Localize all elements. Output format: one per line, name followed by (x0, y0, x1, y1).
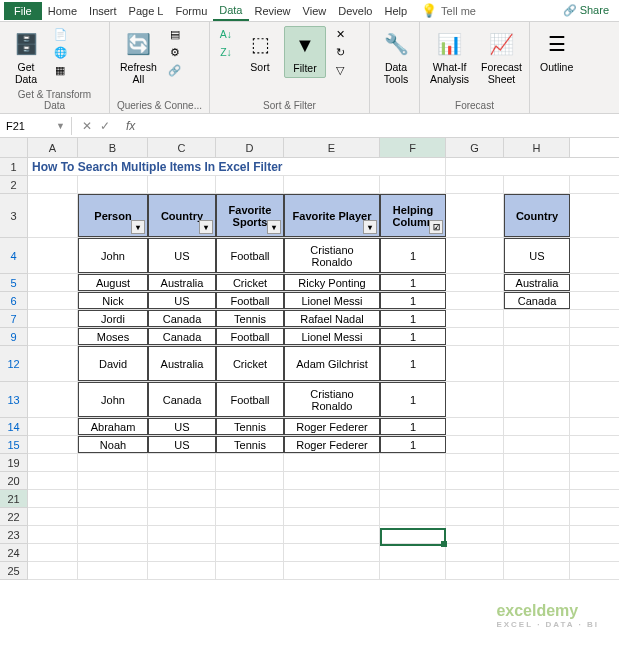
cell[interactable] (446, 292, 504, 309)
queries-button[interactable]: ▤ (165, 26, 185, 42)
name-box[interactable]: F21 ▼ (0, 117, 72, 135)
cell[interactable] (284, 562, 380, 579)
tab-insert[interactable]: Insert (83, 2, 123, 20)
sports-cell[interactable]: Tennis (216, 310, 284, 327)
from-text-button[interactable]: 📄 (50, 26, 70, 42)
cell[interactable] (148, 490, 216, 507)
sports-cell[interactable]: Tennis (216, 436, 284, 453)
player-cell[interactable]: Roger Federer (284, 418, 380, 435)
cell[interactable] (78, 176, 148, 193)
cell[interactable] (504, 346, 570, 381)
cell[interactable] (28, 194, 78, 237)
side-country-cell[interactable]: US (504, 238, 570, 273)
cell[interactable] (148, 454, 216, 471)
cell[interactable] (446, 328, 504, 345)
cell[interactable] (28, 454, 78, 471)
row-header-1[interactable]: 1 (0, 158, 28, 176)
country-cell[interactable]: US (148, 418, 216, 435)
helping-cell[interactable]: 1 (380, 418, 446, 435)
country-cell[interactable]: Australia (148, 346, 216, 381)
country-cell[interactable]: Canada (148, 310, 216, 327)
filter-dropdown-person[interactable]: ▾ (131, 220, 145, 234)
cell[interactable] (78, 472, 148, 489)
cell[interactable] (216, 454, 284, 471)
country-cell[interactable]: US (148, 238, 216, 273)
header-helping[interactable]: Helping Column☑ (380, 194, 446, 237)
cell[interactable] (216, 508, 284, 525)
cell[interactable] (148, 508, 216, 525)
cell[interactable] (380, 454, 446, 471)
person-cell[interactable]: Abraham (78, 418, 148, 435)
sports-cell[interactable]: Football (216, 292, 284, 309)
sports-cell[interactable]: Tennis (216, 418, 284, 435)
advanced-button[interactable]: ▽ (330, 62, 350, 78)
person-cell[interactable]: David (78, 346, 148, 381)
row-header-13[interactable]: 13 (0, 382, 28, 418)
name-box-dropdown-icon[interactable]: ▼ (56, 121, 65, 131)
cell[interactable] (446, 544, 504, 561)
cell[interactable] (148, 526, 216, 543)
player-cell[interactable]: Lionel Messi (284, 292, 380, 309)
cell[interactable] (28, 382, 78, 417)
cell[interactable] (148, 472, 216, 489)
col-header-h[interactable]: H (504, 138, 570, 157)
filter-dropdown-helping-active[interactable]: ☑ (429, 220, 443, 234)
cell[interactable] (28, 508, 78, 525)
cell[interactable] (446, 238, 504, 273)
data-tools-button[interactable]: 🔧 Data Tools (376, 26, 416, 87)
cell[interactable] (504, 382, 570, 417)
whatif-button[interactable]: 📊 What-If Analysis (426, 26, 473, 87)
country-cell[interactable]: Australia (148, 274, 216, 291)
cell[interactable] (446, 418, 504, 435)
country-cell[interactable]: US (148, 292, 216, 309)
person-cell[interactable]: John (78, 238, 148, 273)
tab-help[interactable]: Help (378, 2, 413, 20)
cell[interactable] (28, 562, 78, 579)
tab-developer[interactable]: Develo (332, 2, 378, 20)
clear-filter-button[interactable]: ✕ (330, 26, 350, 42)
cell[interactable] (216, 544, 284, 561)
fx-label[interactable]: fx (120, 119, 135, 133)
cell[interactable] (28, 544, 78, 561)
col-header-d[interactable]: D (216, 138, 284, 157)
cell[interactable] (504, 472, 570, 489)
sort-asc-button[interactable]: A↓ (216, 26, 236, 42)
player-cell[interactable]: Adam Gilchrist (284, 346, 380, 381)
cell[interactable] (504, 328, 570, 345)
tell-me-search[interactable]: Tell me (437, 5, 476, 17)
row-header-24[interactable]: 24 (0, 544, 28, 562)
cell[interactable] (28, 292, 78, 309)
person-cell[interactable]: Moses (78, 328, 148, 345)
header-person[interactable]: Person▾ (78, 194, 148, 237)
reapply-button[interactable]: ↻ (330, 44, 350, 60)
cell[interactable] (504, 454, 570, 471)
cell[interactable] (504, 490, 570, 507)
sort-button[interactable]: ⬚ Sort (240, 26, 280, 76)
col-header-b[interactable]: B (78, 138, 148, 157)
cell[interactable] (78, 526, 148, 543)
row-header-20[interactable]: 20 (0, 472, 28, 490)
sports-cell[interactable]: Cricket (216, 274, 284, 291)
cell[interactable] (148, 176, 216, 193)
cell[interactable] (216, 526, 284, 543)
cell[interactable] (504, 526, 570, 543)
tab-home[interactable]: Home (42, 2, 83, 20)
enter-formula-icon[interactable]: ✓ (100, 119, 110, 133)
cell[interactable] (504, 436, 570, 453)
sports-cell[interactable]: Cricket (216, 346, 284, 381)
filter-button[interactable]: ▼ Filter (284, 26, 326, 78)
row-header-22[interactable]: 22 (0, 508, 28, 526)
properties-button[interactable]: ⚙ (165, 44, 185, 60)
cell[interactable] (284, 490, 380, 507)
country-cell[interactable]: US (148, 436, 216, 453)
cell[interactable] (284, 544, 380, 561)
player-cell[interactable]: Lionel Messi (284, 328, 380, 345)
person-cell[interactable]: John (78, 382, 148, 417)
helping-cell[interactable]: 1 (380, 238, 446, 273)
person-cell[interactable]: Noah (78, 436, 148, 453)
tab-formulas[interactable]: Formu (169, 2, 213, 20)
helping-cell[interactable]: 1 (380, 328, 446, 345)
header-player[interactable]: Favorite Player▾ (284, 194, 380, 237)
row-header-15[interactable]: 15 (0, 436, 28, 454)
cell[interactable] (446, 490, 504, 507)
